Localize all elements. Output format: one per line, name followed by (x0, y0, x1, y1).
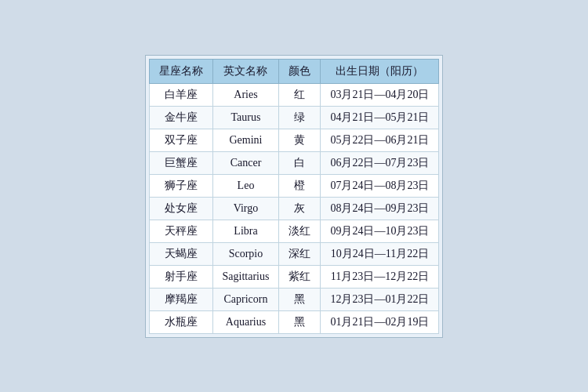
cell-chinese-name: 白羊座 (149, 83, 212, 106)
cell-dates: 09月24日—10月23日 (321, 220, 439, 242)
cell-chinese-name: 天蝎座 (149, 242, 212, 265)
cell-dates: 05月22日—06月21日 (321, 129, 439, 151)
table-row: 处女座Virgo灰08月24日—09月23日 (149, 197, 439, 220)
header-chinese-name: 星座名称 (149, 59, 212, 83)
table-row: 双子座Gemini黄05月22日—06月21日 (149, 129, 439, 151)
cell-color: 黑 (279, 288, 321, 310)
cell-chinese-name: 巨蟹座 (149, 151, 212, 174)
header-english-name: 英文名称 (212, 59, 279, 83)
header-dates: 出生日期（阳历） (321, 59, 439, 83)
cell-english-name: Virgo (212, 197, 279, 220)
cell-dates: 04月21日—05月21日 (321, 106, 439, 129)
cell-color: 淡红 (279, 220, 321, 242)
cell-chinese-name: 天秤座 (149, 220, 212, 242)
header-color: 颜色 (279, 59, 321, 83)
table-row: 射手座Sagittarius紫红11月23日—12月22日 (149, 265, 439, 288)
cell-english-name: Aquarius (212, 310, 279, 333)
cell-english-name: Gemini (212, 129, 279, 151)
cell-dates: 12月23日—01月22日 (321, 288, 439, 310)
table-row: 白羊座Aries红03月21日—04月20日 (149, 83, 439, 106)
cell-chinese-name: 双子座 (149, 129, 212, 151)
table-header-row: 星座名称 英文名称 颜色 出生日期（阳历） (149, 59, 439, 83)
cell-color: 红 (279, 83, 321, 106)
cell-chinese-name: 射手座 (149, 265, 212, 288)
cell-chinese-name: 水瓶座 (149, 310, 212, 333)
zodiac-table: 星座名称 英文名称 颜色 出生日期（阳历） 白羊座Aries红03月21日—04… (149, 59, 440, 334)
zodiac-table-container: 星座名称 英文名称 颜色 出生日期（阳历） 白羊座Aries红03月21日—04… (145, 55, 444, 338)
cell-english-name: Cancer (212, 151, 279, 174)
cell-dates: 03月21日—04月20日 (321, 83, 439, 106)
cell-color: 橙 (279, 174, 321, 197)
table-row: 天秤座Libra淡红09月24日—10月23日 (149, 220, 439, 242)
cell-dates: 06月22日—07月23日 (321, 151, 439, 174)
cell-color: 紫红 (279, 265, 321, 288)
table-row: 天蝎座Scorpio深红10月24日—11月22日 (149, 242, 439, 265)
cell-chinese-name: 摩羯座 (149, 288, 212, 310)
cell-english-name: Aries (212, 83, 279, 106)
cell-english-name: Capricorn (212, 288, 279, 310)
cell-color: 灰 (279, 197, 321, 220)
cell-english-name: Scorpio (212, 242, 279, 265)
cell-english-name: Leo (212, 174, 279, 197)
cell-color: 黑 (279, 310, 321, 333)
table-row: 狮子座Leo橙07月24日—08月23日 (149, 174, 439, 197)
cell-dates: 11月23日—12月22日 (321, 265, 439, 288)
table-row: 巨蟹座Cancer白06月22日—07月23日 (149, 151, 439, 174)
table-row: 摩羯座Capricorn黑12月23日—01月22日 (149, 288, 439, 310)
cell-color: 白 (279, 151, 321, 174)
cell-chinese-name: 处女座 (149, 197, 212, 220)
table-row: 水瓶座Aquarius黑01月21日—02月19日 (149, 310, 439, 333)
cell-english-name: Taurus (212, 106, 279, 129)
cell-dates: 01月21日—02月19日 (321, 310, 439, 333)
cell-color: 黄 (279, 129, 321, 151)
cell-color: 绿 (279, 106, 321, 129)
cell-dates: 10月24日—11月22日 (321, 242, 439, 265)
cell-dates: 07月24日—08月23日 (321, 174, 439, 197)
cell-dates: 08月24日—09月23日 (321, 197, 439, 220)
cell-chinese-name: 金牛座 (149, 106, 212, 129)
cell-english-name: Sagittarius (212, 265, 279, 288)
cell-chinese-name: 狮子座 (149, 174, 212, 197)
table-row: 金牛座Taurus绿04月21日—05月21日 (149, 106, 439, 129)
cell-color: 深红 (279, 242, 321, 265)
cell-english-name: Libra (212, 220, 279, 242)
